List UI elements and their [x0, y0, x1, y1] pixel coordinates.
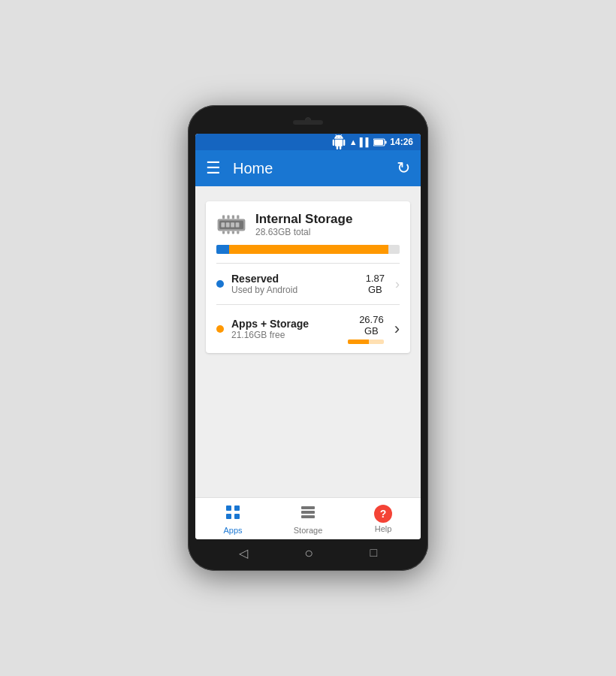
phone-device: ▲ ▌▌ 14:26 ☰ Home ↻ — [188, 105, 428, 571]
progress-bar-container — [206, 245, 410, 263]
apps-dot — [216, 325, 224, 333]
reserved-row[interactable]: Reserved Used by Android 1.87 GB › — [206, 264, 410, 304]
system-nav-bar: ◁ ○ □ — [195, 542, 421, 563]
svg-rect-23 — [301, 515, 315, 518]
bar-apps — [229, 245, 388, 254]
svg-rect-9 — [222, 231, 225, 234]
menu-icon[interactable]: ☰ — [206, 158, 221, 178]
apps-label: Apps + Storage — [231, 318, 340, 330]
storage-nav-label: Storage — [294, 526, 323, 535]
bottom-nav: Apps Storage ? Help — [195, 497, 421, 539]
svg-rect-19 — [226, 514, 231, 519]
reserved-size: 1.87 GB — [366, 273, 385, 295]
bar-reserved — [216, 245, 229, 254]
svg-rect-11 — [232, 231, 234, 234]
apps-mini-bar-fill — [348, 340, 370, 344]
time-display: 14:26 — [390, 137, 413, 147]
home-button[interactable]: ○ — [304, 545, 313, 562]
storage-progress-bar — [216, 245, 400, 254]
svg-rect-8 — [236, 222, 240, 227]
apps-storage-row[interactable]: Apps + Storage 21.16GB free 26.76 GB › — [206, 305, 410, 353]
svg-rect-1 — [385, 140, 387, 143]
reserved-label: Reserved — [231, 273, 358, 285]
svg-rect-17 — [226, 505, 231, 511]
nav-item-help[interactable]: ? Help — [346, 498, 421, 539]
svg-rect-14 — [227, 216, 229, 219]
speaker — [293, 120, 323, 125]
svg-rect-16 — [237, 216, 239, 219]
apps-sublabel: 21.16GB free — [231, 330, 340, 340]
app-bar-title: Home — [233, 160, 385, 177]
apps-size: 26.76 GB — [359, 314, 384, 336]
help-nav-icon: ? — [374, 505, 392, 523]
svg-rect-6 — [226, 222, 230, 227]
help-nav-label: Help — [375, 524, 392, 533]
help-circle: ? — [374, 505, 392, 523]
svg-rect-10 — [227, 231, 229, 234]
card-title-block: Internal Storage 28.63GB total — [255, 212, 352, 237]
storage-subtitle: 28.63GB total — [255, 227, 352, 237]
recent-button[interactable]: □ — [370, 546, 378, 560]
svg-rect-15 — [232, 216, 234, 219]
apps-chevron[interactable]: › — [394, 319, 400, 339]
svg-rect-12 — [237, 231, 239, 234]
storage-nav-icon — [299, 503, 317, 524]
reserved-sublabel: Used by Android — [231, 285, 358, 295]
svg-rect-2 — [374, 140, 383, 145]
status-bar: ▲ ▌▌ 14:26 — [195, 134, 421, 150]
storage-device-icon — [216, 214, 246, 235]
battery-icon — [373, 138, 387, 146]
signal-icon: ▌▌ — [360, 137, 372, 146]
storage-card: Internal Storage 28.63GB total — [206, 201, 410, 353]
android-icon — [331, 134, 346, 149]
svg-rect-18 — [234, 505, 240, 511]
reserved-info: Reserved Used by Android — [231, 273, 358, 295]
storage-title: Internal Storage — [255, 212, 352, 227]
apps-mini-bar — [348, 340, 384, 344]
back-button[interactable]: ◁ — [239, 546, 248, 560]
svg-rect-7 — [231, 222, 234, 227]
reserved-chevron: › — [395, 276, 400, 292]
screen-content: Internal Storage 28.63GB total — [195, 186, 421, 497]
reserved-dot — [216, 280, 224, 288]
wifi-icon: ▲ — [349, 137, 358, 146]
refresh-icon[interactable]: ↻ — [397, 158, 410, 178]
apps-nav-icon — [224, 503, 242, 524]
svg-rect-21 — [301, 506, 315, 509]
svg-rect-5 — [221, 222, 225, 227]
nav-item-storage[interactable]: Storage — [270, 498, 346, 539]
nav-item-apps[interactable]: Apps — [195, 498, 270, 539]
svg-rect-22 — [301, 511, 315, 514]
svg-rect-13 — [222, 216, 225, 219]
card-header: Internal Storage 28.63GB total — [206, 201, 410, 245]
phone-screen: ▲ ▌▌ 14:26 ☰ Home ↻ — [195, 134, 421, 539]
svg-rect-20 — [234, 514, 240, 519]
status-icons: ▲ ▌▌ — [349, 137, 387, 146]
apps-nav-label: Apps — [223, 526, 242, 535]
app-bar: ☰ Home ↻ — [195, 150, 421, 186]
phone-top-bar — [195, 113, 421, 134]
apps-info: Apps + Storage 21.16GB free — [231, 318, 340, 340]
